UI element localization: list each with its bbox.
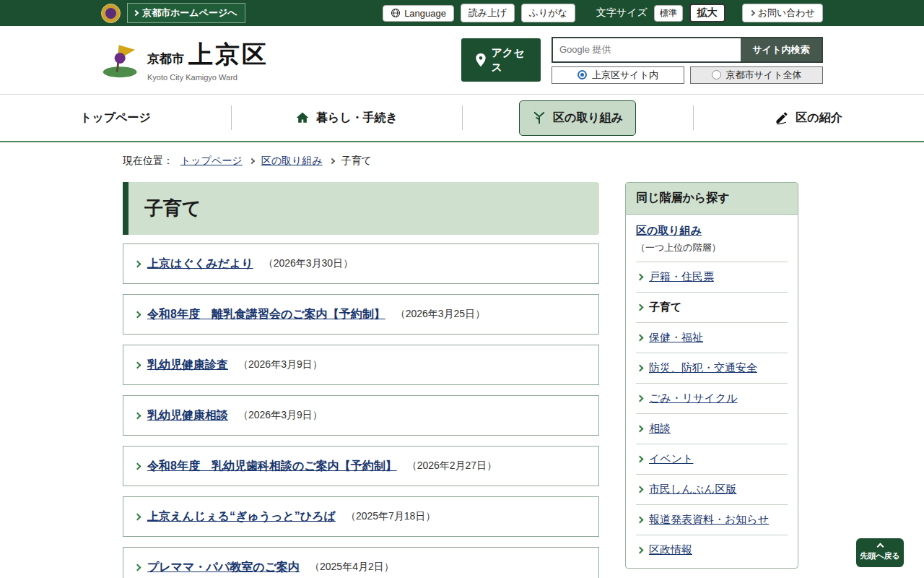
contact-button[interactable]: お問い合わせ <box>742 4 823 22</box>
nav-ward-introduction[interactable]: 区の紹介 <box>762 100 855 136</box>
sidebar-link[interactable]: 相談 <box>649 422 671 436</box>
article-date: （2026年3月9日） <box>238 409 323 422</box>
chevron-right-icon <box>328 158 334 164</box>
nav-top-page-label: トップページ <box>80 111 151 126</box>
sidebar-item: ごみ・リサイクル <box>636 383 788 413</box>
chevron-right-icon <box>637 456 644 463</box>
read-aloud-button[interactable]: 読み上げ <box>461 4 515 22</box>
read-aloud-label: 読み上げ <box>468 7 507 20</box>
nav-living-label: 暮らし・手続き <box>316 111 398 126</box>
sidebar-item: 相談 <box>636 413 788 444</box>
article-link-row[interactable]: 令和8年度 乳幼児歯科相談のご案内【予約制】 （2026年2月27日） <box>123 446 599 486</box>
breadcrumb-link-initiatives[interactable]: 区の取り組み <box>261 155 323 168</box>
article-title: 乳幼児健康相談 <box>147 408 228 423</box>
article-link-row[interactable]: 乳幼児健康相談 （2026年3月9日） <box>123 395 599 436</box>
branch-icon <box>532 111 546 125</box>
back-to-top-button[interactable]: 先頭へ戻る <box>856 538 904 567</box>
sidebar-parent-note: （一つ上位の階層） <box>636 241 788 254</box>
chevron-right-icon <box>134 564 141 571</box>
article-date: （2026年3月30日） <box>263 257 354 270</box>
access-button[interactable]: アクセス <box>461 38 541 82</box>
site-logo[interactable]: 京都市 上京区 Kyoto City Kamigyo Ward <box>101 38 269 82</box>
logo-ward-text: 上京区 <box>188 38 269 72</box>
sidebar-link[interactable]: イベント <box>649 452 693 466</box>
pen-icon <box>775 111 789 125</box>
chevron-right-icon <box>637 335 644 342</box>
chevron-right-icon <box>134 361 141 368</box>
sidebar-link[interactable]: ごみ・リサイクル <box>649 392 737 405</box>
site-search-button[interactable]: サイト内検索 <box>741 38 821 61</box>
font-size-large-button[interactable]: 拡大 <box>689 4 725 22</box>
article-link-row[interactable]: 上京えんじぇる“ぎゅうっと”ひろば （2025年7月18日） <box>123 496 599 537</box>
nav-living-procedures[interactable]: 暮らし・手続き <box>282 100 411 136</box>
kyoto-city-emblem-icon <box>101 4 121 23</box>
article-link-row[interactable]: プレママ・パパ教室のご案内 （2025年4月2日） <box>123 547 599 578</box>
nav-slot-top-page: トップページ <box>0 95 231 141</box>
page-title-box: 子育て <box>123 182 599 235</box>
sidebar-parent-link[interactable]: 区の取り組み <box>636 224 702 238</box>
site-search-widget: サイト内検索 上京区サイト内 京都市サイト全体 <box>552 37 823 84</box>
chevron-right-icon <box>133 10 139 16</box>
sidebar-link[interactable]: 防災、防犯・交通安全 <box>649 361 757 375</box>
nav-ward-initiatives[interactable]: 区の取り組み <box>519 100 636 136</box>
sidebar-item-current: 子育て <box>636 292 788 322</box>
search-scope-city-radio[interactable]: 京都市サイト全体 <box>690 66 823 84</box>
sidebar-item: イベント <box>636 444 788 474</box>
logo-city-text: 京都市 <box>147 51 184 67</box>
sidebar-link[interactable]: 戸籍・住民票 <box>649 270 714 284</box>
chevron-up-icon <box>876 543 884 551</box>
scope-city-label: 京都市サイト全体 <box>726 69 802 82</box>
search-scope-ward-radio[interactable]: 上京区サイト内 <box>552 66 684 84</box>
chevron-right-icon <box>134 311 141 318</box>
nav-top-page[interactable]: トップページ <box>67 100 164 136</box>
article-date: （2026年2月27日） <box>407 460 497 473</box>
nav-ward-introduction-label: 区の紹介 <box>796 111 842 126</box>
site-search-input[interactable] <box>553 38 741 61</box>
chevron-right-icon <box>637 547 644 554</box>
sidebar-item: 戸籍・住民票 <box>636 262 788 292</box>
map-pin-icon <box>475 53 487 67</box>
sidebar-link[interactable]: 報道発表資料・お知らせ <box>649 513 769 527</box>
sidebar-current-page: 子育て <box>649 301 681 314</box>
chevron-right-icon <box>637 517 644 524</box>
sidebar-link[interactable]: 区政情報 <box>649 543 692 557</box>
breadcrumb-link-top[interactable]: トップページ <box>180 155 243 168</box>
sidebar-same-level-nav: 同じ階層から探す 区の取り組み （一つ上位の階層） 戸籍・住民票 子育て 保健・… <box>625 182 798 569</box>
article-link-row[interactable]: 乳幼児健康診査 （2026年3月9日） <box>123 345 599 385</box>
chevron-right-icon <box>248 158 254 164</box>
furigana-label: ふりがな <box>529 7 567 20</box>
page-title: 子育て <box>144 196 583 221</box>
back-to-top-label: 先頭へ戻る <box>860 551 900 561</box>
chevron-right-icon <box>637 426 644 433</box>
chevron-right-icon <box>134 260 141 267</box>
language-label: Language <box>404 8 446 19</box>
radio-unselected-icon <box>712 70 721 79</box>
logo-english-text: Kyoto City Kamigyo Ward <box>147 73 269 82</box>
chevron-right-icon <box>637 304 644 311</box>
nav-slot-ward-intro: 区の紹介 <box>693 95 924 141</box>
sidebar-link[interactable]: 市民しんぶん区版 <box>649 483 736 496</box>
breadcrumb: 現在位置： トップページ 区の取り組み 子育て <box>123 155 924 168</box>
article-title: 乳幼児健康診査 <box>147 358 228 373</box>
nav-slot-ward-initiatives: 区の取り組み <box>462 95 693 141</box>
nav-ward-initiatives-label: 区の取り組み <box>553 111 623 126</box>
house-icon <box>295 111 310 125</box>
language-button[interactable]: Language <box>383 5 454 22</box>
contact-label: お問い合わせ <box>758 7 815 20</box>
nav-slot-living: 暮らし・手続き <box>231 95 462 141</box>
font-standard-label: 標準 <box>660 7 677 20</box>
ward-flag-icon <box>101 42 140 78</box>
kyoto-city-home-link[interactable]: 京都市ホームページへ <box>127 3 245 23</box>
font-size-standard-button[interactable]: 標準 <box>654 5 683 22</box>
article-link-row[interactable]: 上京はぐくみだより （2026年3月30日） <box>123 243 599 284</box>
font-large-label: 拡大 <box>697 7 718 20</box>
sidebar-link[interactable]: 保健・福祉 <box>649 331 703 345</box>
sidebar-item: 市民しんぶん区版 <box>636 474 788 504</box>
article-title: 上京はぐくみだより <box>147 256 253 272</box>
chevron-right-icon <box>637 274 644 281</box>
chevron-right-icon <box>134 412 141 419</box>
scope-ward-label: 上京区サイト内 <box>592 69 658 82</box>
home-link-label: 京都市ホームページへ <box>142 7 237 20</box>
furigana-button[interactable]: ふりがな <box>521 4 575 22</box>
article-link-row[interactable]: 令和8年度 離乳食講習会のご案内【予約制】 （2026年3月25日） <box>123 294 599 335</box>
